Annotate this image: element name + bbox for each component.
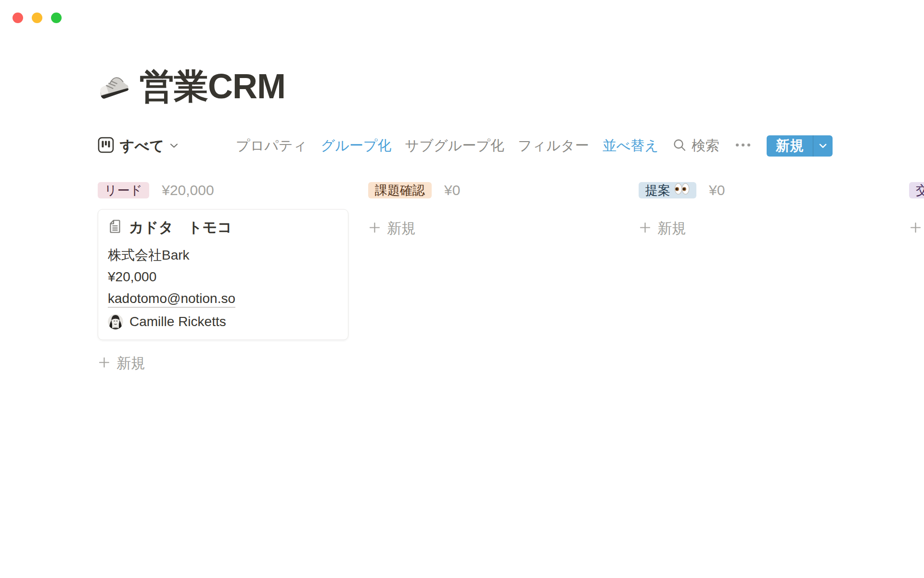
card-title-row: カドタ トモコ bbox=[108, 219, 338, 236]
page-header: 営業CRM bbox=[94, 67, 285, 105]
window-close-button[interactable] bbox=[13, 13, 23, 23]
new-button-dropdown[interactable] bbox=[813, 135, 833, 157]
page-title[interactable]: 営業CRM bbox=[140, 67, 285, 105]
menu-item-subgroup[interactable]: サブグループ化 bbox=[405, 136, 504, 156]
card-email: kadotomo@notion.so bbox=[108, 291, 338, 308]
add-new-card-button[interactable]: 新規 bbox=[639, 219, 889, 238]
board-column-negotiation: 交 新規 bbox=[909, 182, 924, 373]
status-badge-proposal[interactable]: 提案 bbox=[639, 182, 696, 198]
add-new-label: 新規 bbox=[387, 219, 416, 238]
column-sum: ¥0 bbox=[709, 182, 725, 198]
search-label: 検索 bbox=[692, 136, 719, 156]
board-column-issue-check: 課題確認 ¥0 新規 bbox=[368, 182, 619, 373]
menu-item-sort[interactable]: 並べ替え bbox=[603, 136, 659, 156]
add-new-label: 新規 bbox=[116, 354, 145, 373]
search-icon bbox=[672, 138, 687, 154]
sneaker-icon[interactable] bbox=[94, 68, 132, 105]
card-amount: ¥20,000 bbox=[108, 270, 338, 284]
toolbar-menu: プロパティ グループ化 サブグループ化 フィルター 並べ替え 検索 bbox=[236, 135, 833, 157]
card-company: 株式会社Bark bbox=[108, 248, 338, 263]
window-minimize-button[interactable] bbox=[32, 13, 42, 23]
column-sum: ¥20,000 bbox=[162, 182, 214, 198]
column-header-negotiation[interactable]: 交 bbox=[909, 182, 924, 198]
menu-item-properties[interactable]: プロパティ bbox=[236, 136, 307, 156]
plus-icon bbox=[368, 221, 381, 236]
crm-card[interactable]: カドタ トモコ 株式会社Bark ¥20,000 kadotomo@notion… bbox=[98, 209, 348, 340]
plus-icon bbox=[909, 221, 922, 236]
status-badge-proposal-label: 提案 bbox=[645, 182, 670, 199]
card-title: カドタ トモコ bbox=[129, 218, 232, 237]
plus-icon bbox=[98, 356, 111, 371]
chevron-down-icon bbox=[170, 142, 178, 150]
avatar bbox=[108, 314, 123, 329]
search-button[interactable]: 検索 bbox=[672, 136, 719, 156]
kanban-board: リード ¥20,000 カドタ トモコ 株式会社Bark ¥20,000 kad… bbox=[98, 182, 924, 373]
new-button-group: 新規 bbox=[767, 135, 833, 157]
ellipsis-icon bbox=[734, 139, 752, 153]
assignee-name: Camille Ricketts bbox=[129, 315, 226, 329]
view-tab-all[interactable]: すべて bbox=[98, 136, 178, 156]
page-document-icon bbox=[108, 219, 122, 236]
board-column-lead: リード ¥20,000 カドタ トモコ 株式会社Bark ¥20,000 kad… bbox=[98, 182, 348, 373]
email-link[interactable]: kadotomo@notion.so bbox=[108, 291, 235, 308]
menu-item-group-by[interactable]: グループ化 bbox=[321, 136, 391, 156]
column-header-issue-check[interactable]: 課題確認 ¥0 bbox=[368, 182, 619, 198]
eyes-emoji-icon bbox=[674, 183, 690, 198]
plus-icon bbox=[639, 221, 652, 236]
column-header-proposal[interactable]: 提案 ¥0 bbox=[639, 182, 889, 198]
more-options-button[interactable] bbox=[733, 139, 753, 153]
card-assignee: Camille Ricketts bbox=[108, 314, 338, 329]
view-tab-label: すべて bbox=[120, 136, 164, 156]
view-toolbar: すべて プロパティ グループ化 サブグループ化 フィルター 並べ替え 検索 bbox=[98, 135, 833, 157]
window-zoom-button[interactable] bbox=[51, 13, 62, 23]
add-new-card-button[interactable]: 新規 bbox=[909, 219, 924, 238]
window-controls bbox=[13, 13, 62, 23]
column-sum: ¥0 bbox=[444, 182, 460, 198]
add-new-card-button[interactable]: 新規 bbox=[368, 219, 619, 238]
board-view-icon bbox=[98, 137, 114, 155]
add-new-card-button[interactable]: 新規 bbox=[98, 354, 348, 373]
add-new-label: 新規 bbox=[657, 219, 686, 238]
status-badge-negotiation[interactable]: 交 bbox=[909, 182, 924, 198]
board-column-proposal: 提案 ¥0 新規 bbox=[639, 182, 889, 373]
menu-item-filter[interactable]: フィルター bbox=[518, 136, 589, 156]
column-header-lead[interactable]: リード ¥20,000 bbox=[98, 182, 348, 198]
new-button[interactable]: 新規 bbox=[767, 135, 813, 157]
status-badge-issue-check[interactable]: 課題確認 bbox=[368, 182, 432, 198]
status-badge-lead[interactable]: リード bbox=[98, 182, 149, 198]
